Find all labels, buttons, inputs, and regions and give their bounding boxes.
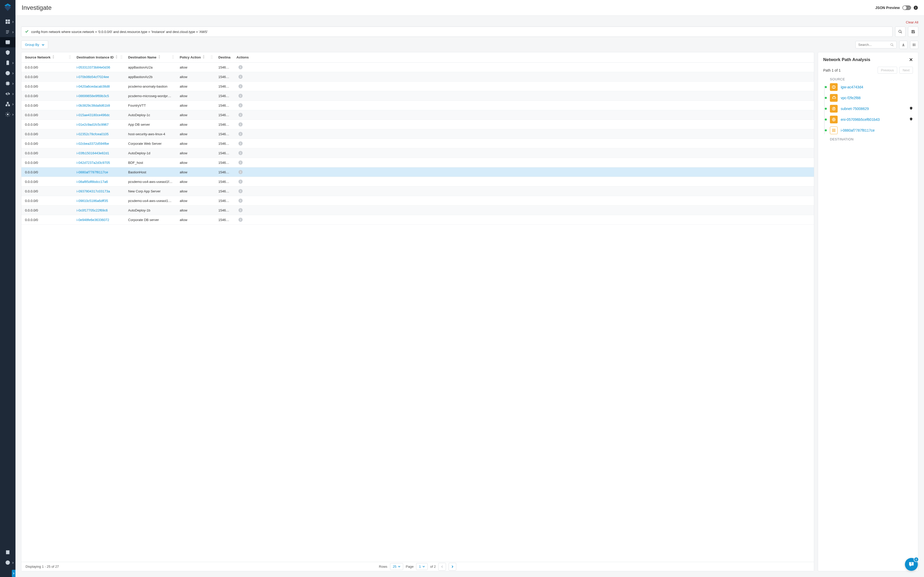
cell-instance-id[interactable]: i-053313373b84e0d36 bbox=[73, 63, 124, 72]
row-info-icon[interactable]: i bbox=[239, 161, 242, 164]
row-info-icon[interactable]: i bbox=[239, 170, 242, 174]
table-row[interactable]: 0.0.0.0/0i-0880af7787f8117ceBastionHosta… bbox=[21, 168, 814, 177]
row-info-icon[interactable]: i bbox=[239, 218, 242, 222]
row-info-icon[interactable]: i bbox=[239, 189, 242, 193]
cell-instance-id[interactable]: i-01e2c9ad1fc5c9967 bbox=[73, 120, 124, 129]
prev-page-button[interactable] bbox=[438, 563, 446, 571]
path-node-link[interactable]: i-0880af7787f8117ce bbox=[841, 128, 913, 132]
cell-instance-id[interactable]: i-02352c78cfcea0105 bbox=[73, 130, 124, 139]
row-info-icon[interactable]: i bbox=[239, 151, 242, 155]
cell-instance-id[interactable]: i-08699658e9f69b3c5 bbox=[73, 92, 124, 100]
nav-network[interactable] bbox=[0, 99, 16, 109]
save-button[interactable] bbox=[908, 27, 918, 37]
close-icon[interactable]: ✕ bbox=[909, 57, 913, 63]
page-number-select[interactable]: 1 bbox=[416, 563, 428, 570]
cell-instance-id[interactable]: i-08af85df8bdcc17a6 bbox=[73, 177, 124, 186]
nav-compliance[interactable] bbox=[0, 58, 16, 68]
nav-profile[interactable] bbox=[0, 558, 16, 568]
drag-icon[interactable] bbox=[69, 55, 71, 60]
table-row[interactable]: 0.0.0.0/0i-015ae43180ce496dcAutoDeploy-1… bbox=[21, 110, 814, 120]
table-search-input[interactable] bbox=[858, 43, 890, 47]
cell-instance-id[interactable]: i-070b06b54cf7024ee bbox=[73, 73, 124, 81]
row-info-icon[interactable]: i bbox=[239, 142, 242, 145]
path-node-link[interactable]: igw-ac4743d4 bbox=[841, 85, 913, 89]
col-source-network[interactable]: Source Network bbox=[21, 52, 73, 62]
cell-instance-id[interactable]: i-0b3829c38da8d61b9 bbox=[73, 101, 124, 110]
row-info-icon[interactable]: i bbox=[239, 208, 242, 212]
nav-dashboard[interactable] bbox=[0, 16, 16, 27]
table-row[interactable]: 0.0.0.0/0i-070b06b54cf7024eeappBastionAz… bbox=[21, 72, 814, 82]
table-search[interactable] bbox=[855, 41, 897, 48]
drag-icon[interactable] bbox=[172, 55, 174, 60]
previous-path-button[interactable]: Previous bbox=[877, 67, 897, 74]
table-row[interactable]: 0.0.0.0/0i-0420a6cedacab38d8pcsdemo-anom… bbox=[21, 82, 814, 91]
table-row[interactable]: 0.0.0.0/0i-0937804317c03173aNew Corp App… bbox=[21, 187, 814, 196]
nav-policies[interactable] bbox=[0, 47, 16, 58]
cell-dest: 154600 bbox=[215, 168, 233, 177]
col-dest-name[interactable]: Destination Name bbox=[124, 52, 176, 62]
table-row[interactable]: 0.0.0.0/0i-03fb15016443e82d1AutoDeploy-1… bbox=[21, 148, 814, 158]
table-row[interactable]: 0.0.0.0/0i-09810c5186a6dff35pcsdemo-us4-… bbox=[21, 196, 814, 206]
path-node-link[interactable]: subnet-75008629 bbox=[841, 106, 906, 111]
nav-inventory[interactable] bbox=[0, 27, 16, 37]
group-by-dropdown[interactable]: Group By bbox=[21, 40, 48, 49]
cell-instance-id[interactable]: i-02cbea3372d594fbe bbox=[73, 139, 124, 148]
row-info-icon[interactable]: i bbox=[239, 75, 242, 79]
row-info-icon[interactable]: i bbox=[239, 94, 242, 98]
cell-instance-id[interactable]: i-0e948fe6e36336072 bbox=[73, 215, 124, 224]
row-info-icon[interactable]: i bbox=[239, 65, 242, 69]
table-row[interactable]: 0.0.0.0/0i-0c0f17705c22f69c6AutoDeploy-1… bbox=[21, 206, 814, 215]
clear-all-link[interactable]: Clear All bbox=[906, 20, 918, 24]
info-icon[interactable]: i bbox=[914, 6, 918, 10]
table-row[interactable]: 0.0.0.0/0i-01e2c9ad1fc5c9967App DB serve… bbox=[21, 120, 814, 129]
row-info-icon[interactable]: i bbox=[239, 113, 242, 117]
nav-bookmarks[interactable] bbox=[0, 547, 16, 558]
cell-dest: 154600 bbox=[215, 130, 233, 139]
path-node-link[interactable]: eni-057096b5cef601b43 bbox=[841, 118, 906, 122]
col-destination[interactable]: Destina bbox=[215, 52, 233, 62]
nav-compute[interactable] bbox=[0, 78, 16, 89]
table-row[interactable]: 0.0.0.0/0i-02352c78cfcea0105host-securit… bbox=[21, 129, 814, 139]
cell-instance-id[interactable]: i-0937804317c03173a bbox=[73, 187, 124, 196]
row-info-icon[interactable]: i bbox=[239, 198, 242, 203]
cell-instance-id[interactable]: i-09810c5186a6dff35 bbox=[73, 196, 124, 205]
col-dest-instance-id[interactable]: Destination Instance ID bbox=[73, 52, 124, 62]
cell-instance-id[interactable]: i-0420a6cedacab38d8 bbox=[73, 82, 124, 91]
cell-instance-id[interactable]: i-015ae43180ce496dc bbox=[73, 111, 124, 119]
download-button[interactable] bbox=[899, 41, 908, 49]
row-info-icon[interactable]: i bbox=[239, 103, 242, 107]
help-button[interactable]: 8 ? bbox=[905, 558, 918, 571]
table-row[interactable]: 0.0.0.0/0i-0e948fe6e36336072Corporate DB… bbox=[21, 215, 814, 225]
cell-instance-id[interactable]: i-042d7237a2d3c9705 bbox=[73, 158, 124, 167]
row-info-icon[interactable]: i bbox=[239, 84, 242, 89]
cell-instance-id[interactable]: i-03fb15016443e82d1 bbox=[73, 148, 124, 158]
cell-name: BastionHost bbox=[124, 168, 176, 177]
drag-icon[interactable] bbox=[211, 55, 213, 60]
next-page-button[interactable] bbox=[449, 563, 456, 571]
nav-settings[interactable] bbox=[0, 109, 16, 119]
search-button[interactable] bbox=[895, 27, 905, 37]
table-row[interactable]: 0.0.0.0/0i-02cbea3372d594fbeCorporate We… bbox=[21, 139, 814, 148]
table-row[interactable]: 0.0.0.0/0i-042d7237a2d3c9705BDF_hostallo… bbox=[21, 158, 814, 168]
row-info-icon[interactable]: i bbox=[239, 122, 242, 126]
columns-button[interactable] bbox=[910, 41, 918, 49]
nav-alerts[interactable] bbox=[0, 68, 16, 78]
table-row[interactable]: 0.0.0.0/0i-08af85df8bdcc17a6pcsdemo-us4-… bbox=[21, 177, 814, 187]
table-row[interactable]: 0.0.0.0/0i-053313373b84e0d36appBastionAz… bbox=[21, 63, 814, 72]
rows-per-page-select[interactable]: 25 bbox=[390, 563, 403, 570]
col-policy-action[interactable]: Policy Action bbox=[176, 52, 215, 62]
query-input[interactable]: config from network where source.network… bbox=[21, 27, 893, 37]
table-row[interactable]: 0.0.0.0/0i-08699658e9f69b3c5pcsdemo-micr… bbox=[21, 91, 814, 101]
json-preview-toggle[interactable]: – bbox=[902, 5, 911, 10]
next-path-button[interactable]: Next bbox=[899, 67, 913, 74]
nav-code[interactable] bbox=[0, 89, 16, 99]
cell-instance-id[interactable]: i-0c0f17705c22f69c6 bbox=[73, 206, 124, 215]
table-row[interactable]: 0.0.0.0/0i-0b3829c38da8d61b9FountryVTTal… bbox=[21, 101, 814, 110]
nav-investigate[interactable] bbox=[0, 37, 16, 47]
drag-icon[interactable] bbox=[120, 55, 123, 60]
row-info-icon[interactable]: i bbox=[239, 132, 242, 136]
path-node-link[interactable]: vpc-f2fe2f88 bbox=[841, 96, 913, 100]
cell-instance-id[interactable]: i-0880af7787f8117ce bbox=[73, 168, 124, 177]
sidebar-expand-button[interactable] bbox=[12, 570, 16, 577]
row-info-icon[interactable]: i bbox=[239, 179, 242, 184]
